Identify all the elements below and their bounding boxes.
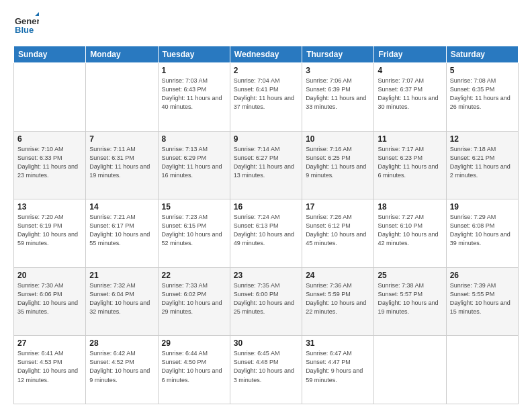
calendar-cell: 28Sunrise: 6:42 AMSunset: 4:52 PMDayligh… — [86, 336, 158, 404]
day-info: Sunrise: 7:08 AMSunset: 6:35 PMDaylight:… — [450, 77, 515, 111]
calendar-week-row: 20Sunrise: 7:30 AMSunset: 6:06 PMDayligh… — [14, 267, 519, 336]
calendar-body: 1Sunrise: 7:03 AMSunset: 6:43 PMDaylight… — [14, 63, 519, 404]
calendar-cell: 13Sunrise: 7:20 AMSunset: 6:19 PMDayligh… — [14, 199, 86, 268]
day-info: Sunrise: 7:36 AMSunset: 5:59 PMDaylight:… — [306, 281, 370, 316]
day-number: 8 — [162, 134, 226, 144]
calendar-cell: 7Sunrise: 7:11 AMSunset: 6:31 PMDaylight… — [86, 131, 158, 199]
day-info: Sunrise: 7:29 AMSunset: 6:08 PMDaylight:… — [450, 213, 515, 248]
header: General Blue — [13, 11, 519, 39]
day-number: 26 — [450, 271, 515, 280]
day-number: 3 — [306, 66, 370, 75]
day-number: 11 — [378, 134, 442, 144]
day-number: 15 — [162, 202, 226, 212]
day-info: Sunrise: 7:11 AMSunset: 6:31 PMDaylight:… — [89, 145, 154, 180]
day-number: 19 — [450, 202, 515, 212]
day-info: Sunrise: 7:26 AMSunset: 6:12 PMDaylight:… — [306, 213, 370, 248]
svg-text:Blue: Blue — [15, 25, 34, 35]
day-info: Sunrise: 6:41 AMSunset: 4:53 PMDaylight:… — [17, 349, 82, 384]
calendar-cell: 18Sunrise: 7:27 AMSunset: 6:10 PMDayligh… — [374, 199, 446, 268]
weekday-header: Wednesday — [230, 46, 302, 63]
calendar-cell: 15Sunrise: 7:23 AMSunset: 6:15 PMDayligh… — [158, 199, 230, 268]
day-number: 6 — [17, 134, 82, 144]
day-number: 30 — [234, 338, 298, 348]
calendar-cell: 23Sunrise: 7:35 AMSunset: 6:00 PMDayligh… — [230, 267, 302, 336]
day-number: 4 — [378, 66, 442, 75]
calendar-cell: 10Sunrise: 7:16 AMSunset: 6:25 PMDayligh… — [302, 131, 374, 199]
day-number: 23 — [234, 271, 298, 280]
weekday-row: SundayMondayTuesdayWednesdayThursdayFrid… — [14, 46, 519, 63]
calendar-cell: 24Sunrise: 7:36 AMSunset: 5:59 PMDayligh… — [302, 267, 374, 336]
calendar-cell: 2Sunrise: 7:04 AMSunset: 6:41 PMDaylight… — [230, 63, 302, 132]
weekday-header: Tuesday — [158, 46, 230, 63]
day-number: 22 — [162, 271, 226, 280]
calendar-cell: 16Sunrise: 7:24 AMSunset: 6:13 PMDayligh… — [230, 199, 302, 268]
day-number: 25 — [378, 271, 442, 280]
day-info: Sunrise: 7:13 AMSunset: 6:29 PMDaylight:… — [162, 145, 226, 180]
day-number: 28 — [89, 338, 154, 348]
calendar-cell: 31Sunrise: 6:47 AMSunset: 4:47 PMDayligh… — [302, 336, 374, 404]
weekday-header: Saturday — [446, 46, 518, 63]
weekday-header: Thursday — [302, 46, 374, 63]
calendar-header: SundayMondayTuesdayWednesdayThursdayFrid… — [14, 46, 519, 63]
calendar-cell — [446, 336, 518, 404]
calendar-cell: 21Sunrise: 7:32 AMSunset: 6:04 PMDayligh… — [86, 267, 158, 336]
logo: General Blue — [13, 11, 39, 39]
calendar-cell: 3Sunrise: 7:06 AMSunset: 6:39 PMDaylight… — [302, 63, 374, 132]
day-number: 9 — [234, 134, 298, 144]
weekday-header: Sunday — [14, 46, 86, 63]
day-number: 13 — [17, 202, 82, 212]
day-info: Sunrise: 7:07 AMSunset: 6:37 PMDaylight:… — [378, 77, 442, 111]
day-info: Sunrise: 7:30 AMSunset: 6:06 PMDaylight:… — [17, 281, 82, 316]
day-info: Sunrise: 7:33 AMSunset: 6:02 PMDaylight:… — [162, 281, 226, 316]
calendar-cell: 19Sunrise: 7:29 AMSunset: 6:08 PMDayligh… — [446, 199, 518, 268]
day-number: 17 — [306, 202, 370, 212]
calendar-cell: 27Sunrise: 6:41 AMSunset: 4:53 PMDayligh… — [14, 336, 86, 404]
day-info: Sunrise: 6:45 AMSunset: 4:48 PMDaylight:… — [234, 349, 298, 384]
calendar-cell: 17Sunrise: 7:26 AMSunset: 6:12 PMDayligh… — [302, 199, 374, 268]
day-number: 2 — [234, 66, 298, 75]
day-number: 16 — [234, 202, 298, 212]
day-info: Sunrise: 7:21 AMSunset: 6:17 PMDaylight:… — [89, 213, 154, 248]
day-info: Sunrise: 7:39 AMSunset: 5:55 PMDaylight:… — [450, 281, 515, 316]
day-info: Sunrise: 7:04 AMSunset: 6:41 PMDaylight:… — [234, 77, 298, 111]
day-number: 12 — [450, 134, 515, 144]
day-info: Sunrise: 7:24 AMSunset: 6:13 PMDaylight:… — [234, 213, 298, 248]
day-info: Sunrise: 6:47 AMSunset: 4:47 PMDaylight:… — [306, 349, 370, 384]
calendar-week-row: 27Sunrise: 6:41 AMSunset: 4:53 PMDayligh… — [14, 336, 519, 404]
day-info: Sunrise: 7:20 AMSunset: 6:19 PMDaylight:… — [17, 213, 82, 248]
day-info: Sunrise: 6:42 AMSunset: 4:52 PMDaylight:… — [89, 349, 154, 384]
day-info: Sunrise: 7:17 AMSunset: 6:23 PMDaylight:… — [378, 145, 442, 180]
day-info: Sunrise: 7:23 AMSunset: 6:15 PMDaylight:… — [162, 213, 226, 248]
calendar-cell — [14, 63, 86, 132]
calendar-cell: 22Sunrise: 7:33 AMSunset: 6:02 PMDayligh… — [158, 267, 230, 336]
day-info: Sunrise: 7:38 AMSunset: 5:57 PMDaylight:… — [378, 281, 442, 316]
weekday-header: Monday — [86, 46, 158, 63]
day-number: 29 — [162, 338, 226, 348]
calendar-cell: 29Sunrise: 6:44 AMSunset: 4:50 PMDayligh… — [158, 336, 230, 404]
day-number: 14 — [89, 202, 154, 212]
calendar-cell: 11Sunrise: 7:17 AMSunset: 6:23 PMDayligh… — [374, 131, 446, 199]
day-info: Sunrise: 7:14 AMSunset: 6:27 PMDaylight:… — [234, 145, 298, 180]
day-info: Sunrise: 6:44 AMSunset: 4:50 PMDaylight:… — [162, 349, 226, 384]
calendar-cell: 26Sunrise: 7:39 AMSunset: 5:55 PMDayligh… — [446, 267, 518, 336]
svg-marker-2 — [35, 12, 39, 16]
logo-icon: General Blue — [13, 11, 39, 36]
weekday-header: Friday — [374, 46, 446, 63]
calendar-cell: 14Sunrise: 7:21 AMSunset: 6:17 PMDayligh… — [86, 199, 158, 268]
day-number: 27 — [17, 338, 82, 348]
calendar-cell: 8Sunrise: 7:13 AMSunset: 6:29 PMDaylight… — [158, 131, 230, 199]
calendar: SundayMondayTuesdayWednesdayThursdayFrid… — [13, 46, 519, 404]
calendar-cell: 1Sunrise: 7:03 AMSunset: 6:43 PMDaylight… — [158, 63, 230, 132]
calendar-week-row: 6Sunrise: 7:10 AMSunset: 6:33 PMDaylight… — [14, 131, 519, 199]
calendar-cell: 30Sunrise: 6:45 AMSunset: 4:48 PMDayligh… — [230, 336, 302, 404]
day-info: Sunrise: 7:27 AMSunset: 6:10 PMDaylight:… — [378, 213, 442, 248]
day-info: Sunrise: 7:35 AMSunset: 6:00 PMDaylight:… — [234, 281, 298, 316]
day-info: Sunrise: 7:16 AMSunset: 6:25 PMDaylight:… — [306, 145, 370, 180]
day-number: 24 — [306, 271, 370, 280]
day-number: 20 — [17, 271, 82, 280]
day-number: 7 — [89, 134, 154, 144]
calendar-cell: 9Sunrise: 7:14 AMSunset: 6:27 PMDaylight… — [230, 131, 302, 199]
calendar-week-row: 1Sunrise: 7:03 AMSunset: 6:43 PMDaylight… — [14, 63, 519, 132]
day-info: Sunrise: 7:03 AMSunset: 6:43 PMDaylight:… — [162, 77, 226, 111]
calendar-cell: 20Sunrise: 7:30 AMSunset: 6:06 PMDayligh… — [14, 267, 86, 336]
